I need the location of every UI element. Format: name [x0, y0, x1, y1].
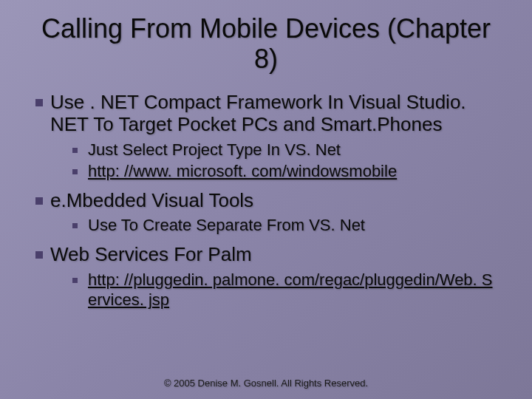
sub-bullet-item: http: //pluggedin. palmone. com/regac/pl… — [30, 270, 502, 310]
square-bullet-icon — [72, 278, 78, 283]
bullet-text: Web Services For Palm — [50, 243, 252, 266]
slide: Calling From Mobile Devices (Chapter 8) … — [0, 0, 532, 399]
square-bullet-icon — [35, 99, 43, 106]
sub-bullet-text: Just Select Project Type In VS. Net — [88, 140, 341, 160]
sub-bullet-text: Use To Create Separate From VS. Net — [88, 216, 365, 236]
square-bullet-icon — [72, 148, 78, 153]
square-bullet-icon — [35, 251, 43, 259]
sub-bullet-item: Use To Create Separate From VS. Net — [30, 216, 502, 236]
copyright-footer: © 2005 Denise M. Gosnell. All Rights Res… — [0, 378, 532, 389]
slide-title: Calling From Mobile Devices (Chapter 8) — [30, 13, 502, 75]
square-bullet-icon — [72, 169, 78, 174]
sub-bullet-link[interactable]: http: //www. microsoft. com/windowsmobil… — [88, 162, 397, 182]
sub-bullet-item: http: //www. microsoft. com/windowsmobil… — [30, 162, 502, 182]
bullet-item: e.Mbedded Visual Tools — [30, 189, 502, 212]
square-bullet-icon — [35, 197, 43, 205]
bullet-text: e.Mbedded Visual Tools — [50, 189, 253, 212]
bullet-item: Use . NET Compact Framework In Visual St… — [30, 91, 502, 136]
bullet-text: Use . NET Compact Framework In Visual St… — [50, 91, 502, 136]
sub-bullet-item: Just Select Project Type In VS. Net — [30, 140, 502, 160]
bullet-item: Web Services For Palm — [30, 243, 502, 266]
sub-bullet-link[interactable]: http: //pluggedin. palmone. com/regac/pl… — [88, 270, 502, 310]
square-bullet-icon — [72, 223, 78, 228]
